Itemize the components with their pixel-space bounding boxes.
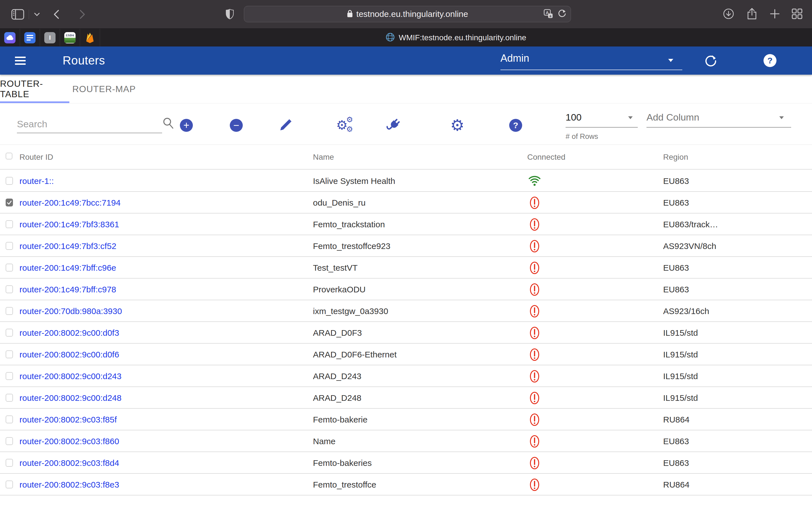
row-checkbox[interactable] — [6, 199, 13, 207]
row-checkbox[interactable] — [6, 285, 13, 293]
tab-groups-chevron-icon[interactable] — [34, 13, 40, 16]
router-name: Femto-bakeries — [313, 452, 371, 474]
row-checkbox[interactable] — [6, 329, 13, 337]
region-cell: RU864 — [663, 474, 689, 496]
column-region[interactable]: Region — [663, 145, 688, 170]
add-column-select[interactable]: Add Column — [647, 112, 791, 123]
row-checkbox[interactable] — [6, 177, 13, 185]
address-bar[interactable]: testnode.eu.thingularity.online A a — [244, 6, 571, 22]
row-checkbox[interactable] — [6, 350, 13, 358]
search-input[interactable]: Search — [17, 117, 162, 133]
tab-router-map[interactable]: ROUTER-MAP — [69, 75, 139, 103]
router-id-link[interactable]: router-200:8002:9c00:d0f6 — [19, 344, 119, 365]
column-connected[interactable]: Connected — [527, 145, 565, 170]
pinned-tab-firebase[interactable] — [80, 29, 100, 47]
row-checkbox[interactable] — [6, 220, 13, 228]
router-id-link[interactable]: router-1:: — [19, 170, 54, 192]
view-tabs: ROUTER-TABLE ROUTER-MAP — [0, 75, 812, 103]
table-row: router-200:8002:9c00:d243ARAD_D243IL915/… — [0, 365, 812, 387]
edit-router-button[interactable] — [278, 117, 294, 133]
router-id-link[interactable]: router-200:70db:980a:3930 — [19, 300, 122, 322]
translate-icon[interactable]: A a — [544, 9, 553, 20]
select-all-checkbox[interactable] — [6, 153, 12, 159]
alert-disconnected-icon — [528, 387, 541, 409]
table-row: router-200:70db:980a:3930ixm_testgw_0a39… — [0, 300, 812, 322]
column-router-id[interactable]: Router ID — [19, 145, 53, 170]
router-name: IsAlive System Health — [313, 170, 395, 192]
router-id-link[interactable]: router-200:8002:9c03:f8d4 — [19, 452, 119, 474]
table-row: router-1::IsAlive System HealthEU863 — [0, 170, 812, 192]
sidebar-toggle-icon[interactable] — [11, 9, 24, 20]
table-toolbar: Search + − ⚙ ⚙ ⚙ — [0, 103, 812, 145]
downloads-icon[interactable] — [723, 8, 734, 20]
region-cell: IL915/std — [663, 344, 698, 365]
row-checkbox[interactable] — [6, 437, 13, 445]
region-cell: AS923/16ch — [663, 300, 709, 322]
add-router-button[interactable]: + — [179, 117, 194, 133]
router-id-link[interactable]: router-200:1c49:7bf3:8361 — [19, 214, 119, 235]
table-row: router-200:1c49:7bff:c978ProverkaODUEU86… — [0, 279, 812, 300]
pinned-tab-usda[interactable]: USDA — [60, 29, 80, 47]
pinned-tab-info[interactable]: I — [40, 29, 60, 47]
router-configs-button[interactable]: ⚙ ⚙ ⚙ — [336, 117, 352, 133]
divider — [29, 10, 29, 19]
table-row: router-200:8002:9c03:f8e3Femto_trestoffc… — [0, 474, 812, 496]
row-checkbox[interactable] — [6, 481, 13, 489]
row-checkbox[interactable] — [6, 459, 13, 467]
privacy-shield-icon[interactable] — [225, 8, 234, 21]
connect-button[interactable] — [386, 117, 402, 133]
router-id-link[interactable]: router-200:8002:9c03:f8e3 — [19, 474, 119, 496]
remove-router-button[interactable]: − — [229, 117, 244, 133]
table-row: router-200:8002:9c03:f860NameEU863 — [0, 431, 812, 452]
router-id-link[interactable]: router-200:8002:9c00:d0f3 — [19, 322, 119, 344]
plus-icon: + — [180, 119, 193, 132]
tab-router-table[interactable]: ROUTER-TABLE — [0, 75, 69, 103]
alert-disconnected-icon — [528, 192, 541, 214]
router-id-link[interactable]: router-200:1c49:7bcc:7194 — [19, 192, 121, 214]
forward-button-icon[interactable] — [79, 10, 86, 19]
tab-overview-icon[interactable] — [792, 8, 802, 20]
alert-disconnected-icon — [528, 431, 541, 452]
region-cell: EU863 — [663, 431, 689, 452]
router-id-link[interactable]: router-200:1c49:7bf3:cf52 — [19, 235, 116, 257]
pencil-icon — [279, 118, 293, 133]
router-id-link[interactable]: router-200:1c49:7bff:c978 — [19, 279, 116, 300]
router-id-link[interactable]: router-200:8002:9c00:d248 — [19, 387, 121, 409]
back-button-icon[interactable] — [53, 10, 60, 19]
refresh-icon[interactable] — [704, 54, 717, 68]
wifi-connected-icon — [528, 170, 541, 192]
row-checkbox[interactable] — [6, 372, 13, 380]
row-checkbox[interactable] — [6, 264, 13, 272]
icloud-favicon-icon — [4, 32, 15, 43]
table-help-button[interactable]: ? — [508, 117, 523, 133]
search-icon — [162, 117, 174, 130]
account-select[interactable]: Admin — [500, 52, 682, 70]
question-icon: ? — [509, 119, 522, 132]
table-row: router-200:1c49:7bcc:7194odu_Denis_ruEU8… — [0, 192, 812, 214]
reload-icon[interactable] — [558, 9, 566, 19]
router-id-link[interactable]: router-200:8002:9c03:f85f — [19, 409, 117, 431]
row-checkbox[interactable] — [6, 307, 13, 315]
row-checkbox[interactable] — [6, 415, 13, 424]
table-row: router-200:8002:9c00:d0f3ARAD_D0F3IL915/… — [0, 322, 812, 344]
help-icon[interactable]: ? — [763, 54, 776, 67]
menu-hamburger-icon[interactable] — [15, 57, 26, 65]
rows-per-page-select[interactable]: 100 — [566, 112, 638, 123]
active-tab[interactable]: WMIF:testnode.eu.thingularity.online — [100, 29, 812, 47]
share-icon[interactable] — [746, 8, 758, 21]
svg-text:a: a — [550, 14, 552, 18]
browser-chrome: testnode.eu.thingularity.online A a — [0, 0, 812, 29]
docs-favicon-icon — [24, 32, 36, 43]
pinned-tab-docs[interactable] — [20, 29, 40, 47]
row-checkbox[interactable] — [6, 242, 13, 250]
settings-button[interactable]: ⚙ — [449, 117, 465, 133]
chevron-down-icon — [779, 116, 784, 119]
new-tab-icon[interactable] — [770, 9, 780, 20]
router-id-link[interactable]: router-200:1c49:7bff:c96e — [19, 257, 116, 279]
column-name[interactable]: Name — [313, 145, 334, 170]
router-id-link[interactable]: router-200:8002:9c03:f860 — [19, 431, 119, 452]
router-id-link[interactable]: router-200:8002:9c00:d243 — [19, 365, 121, 387]
row-checkbox[interactable] — [6, 394, 13, 402]
pinned-tab-icloud[interactable] — [0, 29, 20, 47]
router-name: Test_testVT — [313, 257, 357, 279]
